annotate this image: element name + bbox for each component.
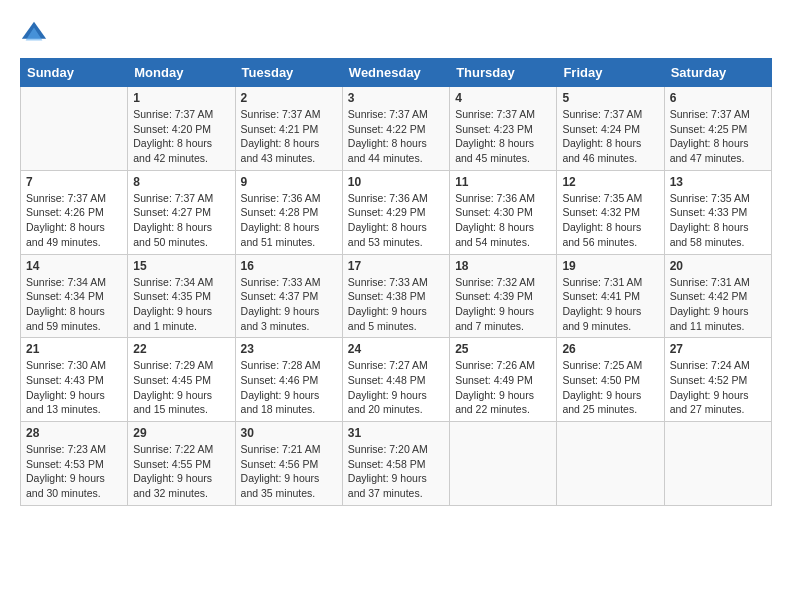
- day-info-line: Sunrise: 7:30 AM: [26, 359, 106, 371]
- day-info-line: Sunrise: 7:36 AM: [455, 192, 535, 204]
- day-info-line: Sunset: 4:20 PM: [133, 123, 211, 135]
- day-info: Sunrise: 7:37 AMSunset: 4:25 PMDaylight:…: [670, 107, 766, 166]
- day-of-week-header: Friday: [557, 59, 664, 87]
- day-info-line: Daylight: 8 hours and 51 minutes.: [241, 221, 320, 248]
- day-info-line: Sunset: 4:41 PM: [562, 290, 640, 302]
- day-info-line: Daylight: 9 hours and 5 minutes.: [348, 305, 427, 332]
- day-info-line: Sunset: 4:34 PM: [26, 290, 104, 302]
- calendar-week-row: 14Sunrise: 7:34 AMSunset: 4:34 PMDayligh…: [21, 254, 772, 338]
- day-info-line: Sunset: 4:23 PM: [455, 123, 533, 135]
- day-number: 22: [133, 342, 229, 356]
- day-info: Sunrise: 7:34 AMSunset: 4:35 PMDaylight:…: [133, 275, 229, 334]
- day-number: 1: [133, 91, 229, 105]
- calendar-cell: 14Sunrise: 7:34 AMSunset: 4:34 PMDayligh…: [21, 254, 128, 338]
- logo: [20, 20, 52, 48]
- calendar-cell: 30Sunrise: 7:21 AMSunset: 4:56 PMDayligh…: [235, 422, 342, 506]
- day-info-line: Sunrise: 7:34 AM: [133, 276, 213, 288]
- calendar-cell: 26Sunrise: 7:25 AMSunset: 4:50 PMDayligh…: [557, 338, 664, 422]
- day-info-line: Sunrise: 7:35 AM: [670, 192, 750, 204]
- calendar-cell: 19Sunrise: 7:31 AMSunset: 4:41 PMDayligh…: [557, 254, 664, 338]
- day-info: Sunrise: 7:37 AMSunset: 4:22 PMDaylight:…: [348, 107, 444, 166]
- calendar-cell: 22Sunrise: 7:29 AMSunset: 4:45 PMDayligh…: [128, 338, 235, 422]
- day-info-line: Sunrise: 7:33 AM: [241, 276, 321, 288]
- day-info: Sunrise: 7:37 AMSunset: 4:26 PMDaylight:…: [26, 191, 122, 250]
- day-info-line: Sunrise: 7:28 AM: [241, 359, 321, 371]
- day-of-week-header: Wednesday: [342, 59, 449, 87]
- day-info-line: Sunrise: 7:21 AM: [241, 443, 321, 455]
- day-number: 28: [26, 426, 122, 440]
- day-info-line: Sunrise: 7:36 AM: [348, 192, 428, 204]
- day-info-line: Sunrise: 7:27 AM: [348, 359, 428, 371]
- day-info: Sunrise: 7:34 AMSunset: 4:34 PMDaylight:…: [26, 275, 122, 334]
- day-info-line: Sunset: 4:27 PM: [133, 206, 211, 218]
- day-number: 4: [455, 91, 551, 105]
- calendar-cell: 29Sunrise: 7:22 AMSunset: 4:55 PMDayligh…: [128, 422, 235, 506]
- day-number: 19: [562, 259, 658, 273]
- calendar-cell: [664, 422, 771, 506]
- calendar-cell: 15Sunrise: 7:34 AMSunset: 4:35 PMDayligh…: [128, 254, 235, 338]
- calendar-week-row: 1Sunrise: 7:37 AMSunset: 4:20 PMDaylight…: [21, 87, 772, 171]
- calendar-cell: 9Sunrise: 7:36 AMSunset: 4:28 PMDaylight…: [235, 170, 342, 254]
- day-info-line: Daylight: 9 hours and 35 minutes.: [241, 472, 320, 499]
- calendar-cell: 1Sunrise: 7:37 AMSunset: 4:20 PMDaylight…: [128, 87, 235, 171]
- day-info-line: Daylight: 8 hours and 46 minutes.: [562, 137, 641, 164]
- day-info-line: Sunrise: 7:23 AM: [26, 443, 106, 455]
- day-info-line: Daylight: 9 hours and 18 minutes.: [241, 389, 320, 416]
- day-of-week-header: Sunday: [21, 59, 128, 87]
- day-info-line: Sunrise: 7:37 AM: [670, 108, 750, 120]
- day-info-line: Sunset: 4:52 PM: [670, 374, 748, 386]
- calendar-table: SundayMondayTuesdayWednesdayThursdayFrid…: [20, 58, 772, 506]
- day-number: 24: [348, 342, 444, 356]
- day-info-line: Daylight: 8 hours and 50 minutes.: [133, 221, 212, 248]
- day-info-line: Daylight: 9 hours and 9 minutes.: [562, 305, 641, 332]
- day-info: Sunrise: 7:25 AMSunset: 4:50 PMDaylight:…: [562, 358, 658, 417]
- day-info-line: Sunrise: 7:37 AM: [348, 108, 428, 120]
- day-info: Sunrise: 7:26 AMSunset: 4:49 PMDaylight:…: [455, 358, 551, 417]
- day-info-line: Sunset: 4:58 PM: [348, 458, 426, 470]
- day-number: 18: [455, 259, 551, 273]
- day-info-line: Daylight: 8 hours and 43 minutes.: [241, 137, 320, 164]
- day-number: 15: [133, 259, 229, 273]
- day-info-line: Sunset: 4:48 PM: [348, 374, 426, 386]
- page-header: [20, 20, 772, 48]
- day-of-week-header: Monday: [128, 59, 235, 87]
- day-info-line: Sunset: 4:53 PM: [26, 458, 104, 470]
- day-number: 3: [348, 91, 444, 105]
- day-number: 10: [348, 175, 444, 189]
- day-info: Sunrise: 7:28 AMSunset: 4:46 PMDaylight:…: [241, 358, 337, 417]
- day-info-line: Sunset: 4:29 PM: [348, 206, 426, 218]
- day-number: 5: [562, 91, 658, 105]
- day-info-line: Sunrise: 7:26 AM: [455, 359, 535, 371]
- day-number: 31: [348, 426, 444, 440]
- day-info: Sunrise: 7:33 AMSunset: 4:37 PMDaylight:…: [241, 275, 337, 334]
- day-info: Sunrise: 7:35 AMSunset: 4:32 PMDaylight:…: [562, 191, 658, 250]
- day-info-line: Daylight: 9 hours and 20 minutes.: [348, 389, 427, 416]
- day-info-line: Daylight: 9 hours and 32 minutes.: [133, 472, 212, 499]
- day-info-line: Sunrise: 7:24 AM: [670, 359, 750, 371]
- calendar-cell: 10Sunrise: 7:36 AMSunset: 4:29 PMDayligh…: [342, 170, 449, 254]
- day-number: 13: [670, 175, 766, 189]
- day-info-line: Sunset: 4:22 PM: [348, 123, 426, 135]
- day-info-line: Sunrise: 7:37 AM: [241, 108, 321, 120]
- day-info-line: Sunset: 4:35 PM: [133, 290, 211, 302]
- day-info-line: Sunrise: 7:37 AM: [562, 108, 642, 120]
- day-of-week-header: Thursday: [450, 59, 557, 87]
- calendar-cell: 8Sunrise: 7:37 AMSunset: 4:27 PMDaylight…: [128, 170, 235, 254]
- calendar-week-row: 21Sunrise: 7:30 AMSunset: 4:43 PMDayligh…: [21, 338, 772, 422]
- day-number: 21: [26, 342, 122, 356]
- day-of-week-header: Saturday: [664, 59, 771, 87]
- day-info-line: Sunset: 4:32 PM: [562, 206, 640, 218]
- day-info-line: Sunset: 4:26 PM: [26, 206, 104, 218]
- calendar-cell: 27Sunrise: 7:24 AMSunset: 4:52 PMDayligh…: [664, 338, 771, 422]
- day-info-line: Daylight: 9 hours and 30 minutes.: [26, 472, 105, 499]
- day-number: 8: [133, 175, 229, 189]
- day-info: Sunrise: 7:30 AMSunset: 4:43 PMDaylight:…: [26, 358, 122, 417]
- day-info-line: Sunset: 4:25 PM: [670, 123, 748, 135]
- calendar-cell: 3Sunrise: 7:37 AMSunset: 4:22 PMDaylight…: [342, 87, 449, 171]
- day-info-line: Sunrise: 7:36 AM: [241, 192, 321, 204]
- calendar-cell: 7Sunrise: 7:37 AMSunset: 4:26 PMDaylight…: [21, 170, 128, 254]
- day-number: 16: [241, 259, 337, 273]
- logo-icon: [20, 20, 48, 48]
- day-info: Sunrise: 7:36 AMSunset: 4:29 PMDaylight:…: [348, 191, 444, 250]
- day-number: 2: [241, 91, 337, 105]
